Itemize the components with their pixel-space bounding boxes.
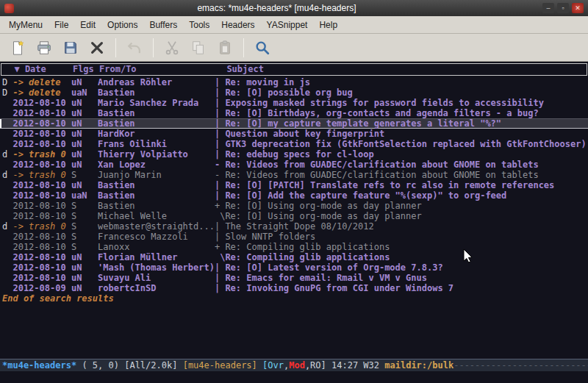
msg-from: Suvayu Ali — [98, 273, 215, 283]
new-file-button[interactable] — [6, 37, 29, 59]
msg-subject: Re: [O] possible org bug — [225, 87, 588, 98]
message-row[interactable]: 2012-08-10uaNBastien|Re: [O] Add the cap… — [0, 190, 588, 201]
close-button[interactable]: ✕ — [572, 3, 584, 13]
msg-date: 2012-08-10 — [12, 108, 71, 118]
menu-help[interactable]: Help — [313, 18, 343, 32]
message-row[interactable]: d-> trash 0Swebmaster@straightd...|The S… — [0, 221, 588, 232]
menu-mymenu[interactable]: MyMenu — [3, 18, 49, 32]
search-button[interactable] — [251, 37, 274, 59]
buffer-area: ▼ DateFlgsFrom/ToSubject D-> deleteuNAnd… — [0, 62, 588, 383]
minimize-button[interactable]: – — [542, 3, 554, 13]
paste-icon — [217, 40, 233, 56]
msg-flags: uN — [71, 139, 98, 149]
msg-flags: uN — [71, 262, 98, 273]
message-row[interactable]: D-> deleteuaNBastien|Re: [O] possible or… — [0, 87, 588, 98]
maximize-button[interactable]: ▫ — [557, 3, 569, 13]
msg-sep: | — [215, 108, 225, 118]
header-col-from[interactable]: From/To — [99, 64, 216, 75]
cut-icon — [164, 40, 180, 56]
header-col-date[interactable]: ▼ Date — [14, 64, 72, 75]
message-row[interactable]: 2012-08-10uNFrans Oilinki|GTK3 deprecati… — [0, 139, 588, 149]
print-button[interactable] — [32, 37, 56, 59]
msg-from: Bastien — [98, 180, 215, 190]
message-row[interactable]: d-> trash 0SJuanjo Marin-Re: Videos from… — [0, 170, 588, 180]
menu-edit[interactable]: Edit — [74, 18, 101, 32]
msg-flags: uN — [71, 283, 98, 293]
header-col-flags[interactable]: Flgs — [73, 64, 99, 75]
message-row[interactable]: 2012-08-10uNBastien|Re: [O] Birthdays, o… — [0, 108, 588, 118]
message-row[interactable]: 2012-08-10uNMario Sanchez Prada|Exposing… — [0, 98, 588, 108]
msg-sep: | — [215, 129, 225, 139]
msg-date: 2012-08-10 — [12, 160, 71, 170]
message-row[interactable]: 2012-08-10uNSuvayu Ali|Re: Emacs for ema… — [0, 273, 588, 283]
end-of-results: End of search results — [0, 293, 588, 304]
msg-subject: Re: Videos from GUADEC/clarification abo… — [225, 160, 588, 170]
msg-mark — [2, 108, 12, 118]
header-line: ▼ DateFlgsFrom/ToSubject — [1, 63, 587, 76]
header-col-sep — [216, 64, 226, 75]
msg-mark: D — [2, 87, 12, 98]
close-button[interactable] — [85, 37, 109, 59]
msg-from: Andreas Röhler — [98, 77, 215, 87]
copy-button — [187, 37, 210, 59]
menu-options[interactable]: Options — [101, 18, 143, 32]
modeline-ro: RO — [310, 360, 320, 371]
undo-icon — [126, 40, 143, 56]
msg-subject: Re: [O] Using org-mode as day planner — [225, 201, 588, 211]
msg-date: 2012-08-10 — [12, 273, 71, 283]
header-col-subject[interactable]: Subject — [226, 64, 587, 75]
toolbar-separator — [153, 38, 154, 57]
modeline-buffer: *mu4e-headers* — [2, 360, 76, 371]
message-row[interactable]: 2012-08-10uNBastien|Re: [O] my capture t… — [0, 118, 588, 129]
msg-from: robertcInSD — [98, 283, 215, 293]
msg-from: Juanjo Marin — [98, 170, 215, 180]
modeline-plain: ] — [321, 360, 331, 371]
msg-from: webmaster@straightd... — [98, 221, 215, 232]
message-row[interactable]: 2012-08-10SBastien+Re: [O] Using org-mod… — [0, 201, 588, 211]
menu-headers[interactable]: Headers — [215, 18, 260, 32]
message-row[interactable]: 2012-08-10SLanoxx+Re: Compiling glib app… — [0, 242, 588, 252]
msg-date: 2012-08-10 — [12, 262, 71, 273]
msg-from: Francesco Mazzoli — [98, 232, 215, 242]
msg-sep: \ — [215, 211, 225, 221]
message-row[interactable]: 2012-08-10uNHardKor|Question about key f… — [0, 129, 588, 139]
msg-subject: Re: Videos from GUADEC/clarification abo… — [225, 170, 588, 180]
msg-subject: Re: Invoking GnuPG from CGI under Window… — [225, 283, 588, 293]
message-row[interactable]: 2012-08-10uNBastien|Re: [O] [PATCH] Tran… — [0, 180, 588, 190]
mouse-cursor — [463, 248, 473, 266]
msg-flags: S — [71, 211, 98, 221]
modeline-ovr: [ — [257, 360, 268, 371]
message-row[interactable]: 2012-08-10uNXan Lopez-Re: Videos from GU… — [0, 160, 588, 170]
modeline-ovr: Ovr — [268, 360, 284, 371]
message-row[interactable]: 2012-08-10uNFlorian Müllner \Re: Compili… — [0, 252, 588, 262]
message-row[interactable]: 2012-08-09uNrobertcInSD|Re: Invoking Gnu… — [0, 283, 588, 293]
message-row[interactable]: D-> deleteuNAndreas Röhler|Re: moving in… — [0, 77, 588, 87]
message-row[interactable]: 2012-08-10SMichael Welle \Re: [O] Using … — [0, 211, 588, 221]
message-row[interactable]: 2012-08-10uN'Mash (Thomas Herbert)|Re: [… — [0, 262, 588, 273]
msg-sep: | — [215, 221, 225, 232]
msg-subject: Re: edebug specs for cl-loop — [225, 149, 588, 160]
copy-icon — [190, 40, 207, 56]
close-icon — [89, 40, 105, 56]
msg-flags: uN — [71, 273, 98, 283]
toolbar — [0, 34, 588, 62]
msg-from: Bastien — [98, 201, 215, 211]
menu-file[interactable]: File — [49, 18, 74, 32]
msg-date: 2012-08-10 — [12, 242, 71, 252]
msg-date: -> trash 0 — [12, 170, 71, 180]
message-row[interactable]: 2012-08-10SFrancesco Mazzoli|Slow NNTP f… — [0, 232, 588, 242]
titlebar: emacs: *mu4e-headers* [mu4e-headers] –▫✕ — [0, 0, 588, 16]
save-button[interactable] — [59, 37, 82, 59]
echo-area[interactable] — [0, 371, 588, 383]
msg-mark — [2, 129, 12, 139]
menu-buffers[interactable]: Buffers — [143, 18, 183, 32]
msg-sep: | — [215, 77, 225, 87]
message-row[interactable]: d-> trash 0uNThierry Volpiatto|Re: edebu… — [0, 149, 588, 160]
msg-flags: S — [71, 201, 98, 211]
menu-yasnippet[interactable]: YASnippet — [261, 18, 314, 32]
msg-mark — [2, 190, 12, 201]
modeline: *mu4e-headers* ( 5, 0) [All/2.0k] [mu4e-… — [0, 359, 588, 371]
msg-from: Bastien — [98, 87, 215, 98]
menu-tools[interactable]: Tools — [183, 18, 215, 32]
msg-date: 2012-08-10 — [12, 211, 71, 221]
